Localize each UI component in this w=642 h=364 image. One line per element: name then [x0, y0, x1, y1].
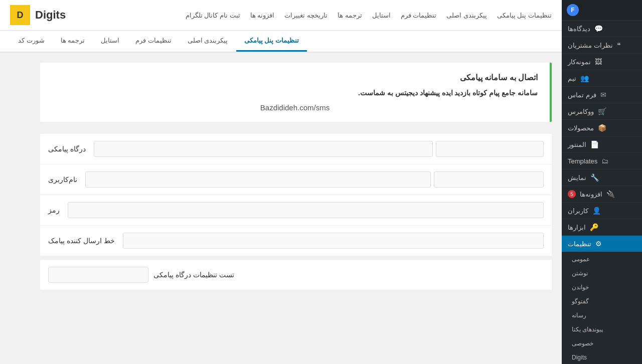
sms-connect-title: اتصال به سامانه پیامکی — [52, 73, 538, 82]
sidebar-sub-reading[interactable]: خواندن — [562, 280, 642, 294]
logo-text: Digits — [35, 9, 66, 22]
sidebar-sub-digits[interactable]: Digits — [562, 350, 642, 364]
test-label: تست تنظیمات درگاه پیامکی — [153, 271, 234, 279]
content-area: اتصال به سامانه پیامکی سامانه جامع پیام … — [30, 53, 562, 300]
top-nav: تنظیمات پنل پیامکیپیکربندی اصلیتنظیمات ف… — [0, 0, 562, 31]
sidebar-item-products[interactable]: 📦 محصولات — [562, 120, 642, 136]
form-label-sender: خط ارسال کننده پیامک — [48, 237, 115, 245]
sidebar-label-templates: Templates — [568, 157, 597, 165]
sidebar-item-testimonials[interactable]: ❝ نظرات مشتریان — [562, 37, 642, 54]
form-row-gateway: درگاه پیامکی — [40, 134, 552, 164]
input-gateway-2[interactable] — [436, 141, 544, 157]
form-row-password: رمز — [40, 195, 552, 226]
sidebar-label-testimonials: نظرات مشتریان — [568, 42, 613, 49]
sidebar-sub-media[interactable]: رسانه — [562, 308, 642, 322]
test-input[interactable] — [48, 267, 148, 283]
sidebar-sub-privacy[interactable]: خصوصی — [562, 336, 642, 350]
input-sender-1[interactable] — [123, 233, 544, 249]
sidebar-label-elementor: المنتور — [568, 141, 586, 148]
testimonials-icon: ❝ — [617, 41, 621, 49]
sidebar-label-woocommerce: ووکامرس — [568, 108, 594, 115]
top-nav-link-sms-settings[interactable]: تنظیمات پنل پیامکی — [497, 12, 552, 19]
sec-nav-style[interactable]: استایل — [93, 31, 127, 52]
form-inputs-username — [85, 171, 544, 188]
sms-connect-desc: سامانه جامع پیام کوتاه بازدید ایده پیشنه… — [52, 87, 538, 99]
input-gateway-1[interactable] — [94, 141, 433, 157]
sms-connect-box: اتصال به سامانه پیامکی سامانه جامع پیام … — [40, 63, 552, 122]
sidebar-sub-writing[interactable]: نوشتن — [562, 266, 642, 280]
sidebar-item-demo[interactable]: 🖼 نمونه‌کار — [562, 54, 642, 70]
form-row-sender: خط ارسال کننده پیامک — [40, 226, 552, 256]
top-nav-link-form-settings[interactable]: تنظیمات فرم — [401, 12, 437, 19]
sidebar-item-elementor[interactable]: 📄 المنتور — [562, 136, 642, 153]
sidebar-label-views: دیدگاه‌ها — [568, 25, 590, 33]
form-label-password: رمز — [48, 206, 60, 214]
input-password-1[interactable] — [68, 202, 544, 218]
team-icon: 👥 — [580, 74, 589, 82]
form-section: درگاه پیامکی نام‌کاربریرمزخط ارسال کننده… — [40, 134, 552, 256]
products-icon: 📦 — [598, 124, 606, 132]
sidebar-item-contact[interactable]: ✉ فرم تماس — [562, 87, 642, 103]
top-nav-link-config[interactable]: پیکربندی اصلی — [446, 12, 487, 19]
sidebar-sub-discussion[interactable]: گفتوگو — [562, 294, 642, 308]
input-username-2[interactable] — [434, 171, 544, 188]
sidebar-label-team: تیم — [568, 75, 576, 82]
sec-nav-sms-panel[interactable]: تنظیمات پنل پیامکی — [236, 31, 307, 52]
form-label-username: نام‌کاربری — [48, 175, 77, 184]
sec-nav-form-settings[interactable]: تنظیمات فرم — [127, 31, 180, 52]
sidebar-item-views[interactable]: 💬 دیدگاه‌ها — [562, 21, 642, 37]
top-nav-link-telegram[interactable]: ثبت نام کانال تلگرام — [186, 12, 240, 19]
logo-icon: D — [10, 5, 30, 25]
top-nav-link-translations[interactable]: ترجمه ها — [338, 12, 362, 19]
sidebar-label-settings: تنظیمات — [568, 240, 591, 248]
sidebar-item-woocommerce[interactable]: 🛒 ووکامرس — [562, 103, 642, 120]
sidebar-sub-general[interactable]: عمومی — [562, 252, 642, 266]
sidebar: F 💬 دیدگاه‌ها ❝ نظرات مشتریان 🖼 نمونه‌کا… — [562, 0, 642, 364]
users-icon: 👤 — [592, 207, 601, 215]
sidebar-item-display[interactable]: 🔧 نمایش — [562, 169, 642, 186]
top-nav-link-style[interactable]: استایل — [372, 12, 391, 19]
sidebar-item-tools[interactable]: 🔑 ابزارها — [562, 219, 642, 236]
top-nav-link-plugins-link[interactable]: افزونه ها — [250, 12, 275, 19]
sidebar-item-settings[interactable]: ⚙ تنظیمات — [562, 236, 642, 252]
form-inputs-gateway — [94, 141, 544, 157]
sidebar-label-plugins: افزونه‌ها — [580, 191, 602, 198]
sidebar-label-demo: نمونه‌کار — [568, 58, 591, 66]
settings-icon: ⚙ — [595, 240, 602, 248]
contact-icon: ✉ — [600, 91, 606, 99]
demo-icon: 🖼 — [595, 58, 602, 66]
sidebar-item-users[interactable]: 👤 کاربران — [562, 203, 642, 219]
sidebar-top: F — [562, 0, 642, 21]
form-inputs-password — [68, 202, 544, 218]
form-row-username: نام‌کاربری — [40, 164, 552, 195]
sms-connect-url: Bazdidideh.com/sms — [52, 103, 538, 112]
main-content: تنظیمات پنل پیامکیپیکربندی اصلیتنظیمات ف… — [0, 0, 562, 364]
input-username-1[interactable] — [85, 171, 431, 188]
sec-nav-shortcode[interactable]: شورت کد — [10, 31, 53, 52]
woocommerce-icon: 🛒 — [598, 107, 606, 115]
secondary-nav: تنظیمات پنل پیامکیپیکربندی اصلیتنظیمات ف… — [0, 31, 562, 53]
avatar: F — [567, 4, 579, 16]
logo-area: Digits D — [10, 5, 66, 25]
test-section: تست تنظیمات درگاه پیامکی — [40, 260, 552, 290]
templates-icon: 🗂 — [601, 157, 608, 165]
sidebar-item-templates[interactable]: 🗂 Templates — [562, 153, 642, 169]
badge-plugins: 5 — [568, 190, 576, 198]
sidebar-label-products: محصولات — [568, 124, 594, 132]
sidebar-label-users: کاربران — [568, 207, 588, 215]
top-nav-link-changelog[interactable]: تاریخچه تغییرات — [284, 12, 328, 19]
sidebar-sub-permalinks[interactable]: پیوندهای یکتا — [562, 322, 642, 336]
sidebar-item-plugins[interactable]: 🔌 افزونه‌ها 5 — [562, 186, 642, 203]
sec-nav-translations[interactable]: ترجمه ها — [53, 31, 93, 52]
sidebar-label-contact: فرم تماس — [568, 91, 596, 99]
display-icon: 🔧 — [590, 173, 599, 181]
top-nav-links: تنظیمات پنل پیامکیپیکربندی اصلیتنظیمات ف… — [186, 12, 552, 19]
form-inputs-sender — [123, 233, 544, 249]
sidebar-label-display: نمایش — [568, 174, 586, 181]
sidebar-item-team[interactable]: 👥 تیم — [562, 70, 642, 87]
sec-nav-main-config[interactable]: پیکربندی اصلی — [180, 31, 236, 52]
views-icon: 💬 — [594, 25, 603, 33]
plugins-icon: 🔌 — [606, 190, 615, 198]
tools-icon: 🔑 — [590, 223, 598, 231]
elementor-icon: 📄 — [590, 140, 599, 148]
